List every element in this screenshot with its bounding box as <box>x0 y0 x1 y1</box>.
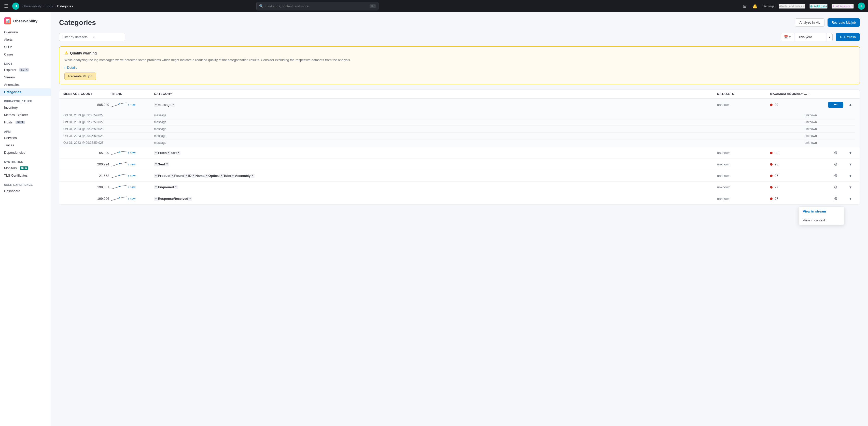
breadcrumb-observability[interactable]: Observability <box>22 4 41 8</box>
row-3-expand-button[interactable]: ▾ <box>845 173 856 178</box>
sidebar-item-dashboard[interactable]: Dashboard <box>0 187 51 195</box>
col-category-label: Category <box>154 92 172 96</box>
row-1-expand-button[interactable]: ▾ <box>845 151 856 155</box>
table-row-main-5[interactable]: 199,096 ↑ new *ResponseReceived* unknown <box>59 193 860 204</box>
row-4-gear-button[interactable]: ⚙ <box>828 185 843 190</box>
row-2-expand-button[interactable]: ▾ <box>845 162 856 167</box>
sidebar-item-alerts[interactable]: Alerts <box>0 36 51 43</box>
search-input[interactable] <box>266 4 368 8</box>
trend-sparkline-5 <box>111 196 126 201</box>
row-1-trend-label: ↑ new <box>127 151 135 155</box>
row-0-expand-button[interactable]: ▲ <box>845 103 856 107</box>
breadcrumb-logs[interactable]: Logs <box>45 4 53 8</box>
col-message-count-label: Message count <box>63 92 92 96</box>
sidebar-item-metrics-explorer[interactable]: Metrics Explorer <box>0 111 51 119</box>
analyze-ml-button[interactable]: Analyze in ML <box>795 18 825 27</box>
sidebar-item-slos[interactable]: SLOs <box>0 43 51 51</box>
row-3-trend-label: ↑ new <box>127 174 135 177</box>
sub-message: message <box>154 127 803 131</box>
row-5-count: 199,096 <box>63 197 109 200</box>
refresh-button[interactable]: ↻ Refresh <box>836 33 860 41</box>
sidebar-item-services[interactable]: Services <box>0 134 51 141</box>
row-3-anomaly: 97 <box>770 174 826 177</box>
alerts-and-rules-button[interactable]: Alerts and rules ▾ <box>779 4 805 9</box>
warning-title: ⚠ Quality warning <box>64 51 855 56</box>
table-row-main-3[interactable]: 21,562 ↑ new *Product*Found*ID*Name*Opti… <box>59 170 860 182</box>
table-row-main-1[interactable]: 65,999 ↑ new *Fetch*cart* unknown <box>59 148 860 159</box>
recreate-ml-job-header-button[interactable]: Recreate ML job <box>828 18 860 27</box>
user-avatar[interactable]: A <box>858 3 865 10</box>
anomaly-dot-1 <box>770 152 773 154</box>
sub-message: message <box>154 134 803 138</box>
sidebar-section-apm: APM Services Traces Dependencies <box>0 128 51 158</box>
sidebar-item-traces[interactable]: Traces <box>0 141 51 149</box>
table-row-main-2[interactable]: 200,724 ↑ new *Sent* unknown 9 <box>59 159 860 170</box>
anomaly-dot-5 <box>770 197 773 200</box>
sidebar-section-general: Overview Alerts SLOs Cases <box>0 29 51 60</box>
sidebar-section-ux-label: User Experience <box>0 181 51 187</box>
sidebar-item-overview[interactable]: Overview <box>0 29 51 36</box>
col-message-count[interactable]: Message count <box>63 92 109 96</box>
date-calendar-button[interactable]: 📅 ▾ <box>781 33 794 41</box>
sidebar-item-explorer[interactable]: Explorer BETA <box>0 66 51 73</box>
row-0-expanded-content: Oct 31, 2023 @ 09:35:59.027 message unkn… <box>59 111 860 147</box>
observability-icon: 📊 <box>4 17 11 25</box>
table-row-main-0[interactable]: 805,049 ↑ new *message* unknown <box>59 99 860 111</box>
sidebar-item-categories[interactable]: Categories <box>0 88 51 96</box>
sidebar-item-inventory[interactable]: Inventory <box>0 104 51 111</box>
ai-icon: ✦ <box>832 4 835 8</box>
row-0-anomaly: 99 <box>770 103 826 107</box>
add-data-icon: ⊕ <box>810 4 813 8</box>
main-content: Categories Analyze in ML Recreate ML job… <box>51 12 868 426</box>
sidebar-item-cases[interactable]: Cases <box>0 51 51 58</box>
row-3-gear-button[interactable]: ⚙ <box>828 173 843 178</box>
breadcrumb: Observability › Logs › Categories <box>22 4 73 8</box>
row-0-count: 805,049 <box>63 103 109 107</box>
sidebar-item-tls-certs[interactable]: TLS Certificates <box>0 172 51 179</box>
anomaly-score-1: 98 <box>775 151 778 155</box>
context-menu-view-in-context[interactable]: View in context <box>799 216 844 225</box>
row-0-trend: ↑ new <box>111 102 152 107</box>
filter-datasets-select[interactable]: Filter by datasets ▾ <box>59 33 125 41</box>
recreate-ml-job-warning-button[interactable]: Recreate ML job <box>64 72 96 80</box>
row-5-gear-button[interactable]: ⚙ <box>828 196 843 201</box>
row-1-gear-button[interactable]: ⚙ <box>828 151 843 155</box>
details-toggle[interactable]: › Details <box>64 66 855 69</box>
sidebar-item-monitors[interactable]: Monitors NEW <box>0 164 51 172</box>
settings-button[interactable]: Settings <box>763 4 775 8</box>
anomaly-dot-3 <box>770 174 773 177</box>
sidebar-item-hosts[interactable]: Hosts BETA <box>0 119 51 126</box>
sidebar-item-anomalies[interactable]: Anomalies <box>0 81 51 88</box>
row-0-actions-button[interactable]: ••• <box>828 102 843 108</box>
row-3-category: *Product*Found*ID*Name*Optical*Tube*Asse… <box>154 174 715 177</box>
row-5-anomaly: 97 <box>770 197 826 200</box>
table-row-main-4[interactable]: 199,681 ↑ new *Enqueued* unknown <box>59 182 860 193</box>
col-datasets[interactable]: Datasets <box>717 92 768 96</box>
quality-warning-banner: ⚠ Quality warning While analyzing the lo… <box>59 46 860 84</box>
global-search[interactable]: 🔍 ⌘/ <box>256 2 378 10</box>
search-icon: 🔍 <box>259 4 264 8</box>
row-2-gear-button[interactable]: ⚙ <box>828 162 843 167</box>
trend-sparkline-2 <box>111 162 126 167</box>
ai-assistant-button[interactable]: ✦ AI Assistant <box>832 4 854 9</box>
date-chevron-icon[interactable]: ▾ <box>827 33 833 41</box>
sidebar-title: Observability <box>13 19 37 23</box>
col-anomaly[interactable]: Maximum anomaly ... ↓ <box>770 92 826 96</box>
marketplace-icon[interactable]: ⊞ <box>742 3 747 10</box>
sidebar-item-dependencies[interactable]: Dependencies <box>0 149 51 156</box>
col-trend-label: Trend <box>111 92 122 96</box>
alerts-and-rules-label: Alerts and rules <box>779 4 802 8</box>
col-category[interactable]: Category <box>154 92 715 96</box>
add-data-button[interactable]: ⊕ Add data <box>809 4 828 9</box>
row-5-expand-button[interactable]: ▾ <box>845 196 856 201</box>
sidebar-item-stream[interactable]: Stream <box>0 73 51 81</box>
table-row: 21,562 ↑ new *Product*Found*ID*Name*Opti… <box>59 170 860 182</box>
menu-toggle-button[interactable]: ☰ <box>3 2 9 10</box>
row-4-expand-button[interactable]: ▾ <box>845 185 856 190</box>
sort-desc-icon: ↓ <box>808 92 810 95</box>
refresh-label: Refresh <box>844 35 856 39</box>
notifications-icon[interactable]: 🔔 <box>751 3 758 10</box>
col-trend[interactable]: Trend <box>111 92 152 96</box>
context-menu-view-in-stream[interactable]: View in stream <box>799 207 844 216</box>
row-2-trend: ↑ new <box>111 162 152 167</box>
